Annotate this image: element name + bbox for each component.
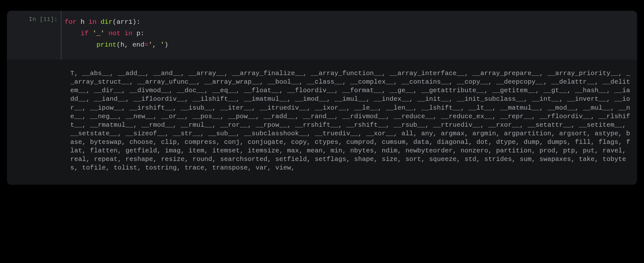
code-token: (h, end xyxy=(117,41,144,48)
input-prompt: In [11]: xyxy=(7,11,61,60)
code-token: (arr1): xyxy=(112,18,140,26)
code-token xyxy=(77,18,81,26)
code-token: in xyxy=(124,30,132,37)
code-token xyxy=(104,30,109,37)
code-token xyxy=(120,30,124,37)
code-token: ', ' xyxy=(148,41,164,48)
stdout-output: T, __abs__, __add__, __and__, __array__,… xyxy=(61,60,637,185)
code-token: p: xyxy=(132,30,144,37)
code-token xyxy=(85,18,89,26)
output-row: T, __abs__, __add__, __and__, __array__,… xyxy=(7,60,637,185)
code-token xyxy=(65,30,80,37)
code-token: if xyxy=(80,30,88,37)
input-row: In [11]: for h in dir(arr1): if '_' not … xyxy=(7,11,637,60)
code-token: print xyxy=(97,41,117,48)
code-token: in xyxy=(89,18,97,26)
notebook-cell: In [11]: for h in dir(arr1): if '_' not … xyxy=(7,11,637,185)
code-token xyxy=(97,18,101,26)
code-token: dir xyxy=(100,18,112,26)
code-token: h xyxy=(80,18,85,26)
code-input[interactable]: for h in dir(arr1): if '_' not in p: pri… xyxy=(61,11,637,60)
code-token: ) xyxy=(164,41,168,48)
code-token: = xyxy=(144,41,148,48)
code-token: for xyxy=(65,18,77,26)
output-prompt-spacer xyxy=(7,60,61,185)
code-token: '_' xyxy=(92,30,104,37)
code-token xyxy=(89,30,93,37)
code-token: not xyxy=(109,30,121,37)
code-token xyxy=(65,41,97,48)
